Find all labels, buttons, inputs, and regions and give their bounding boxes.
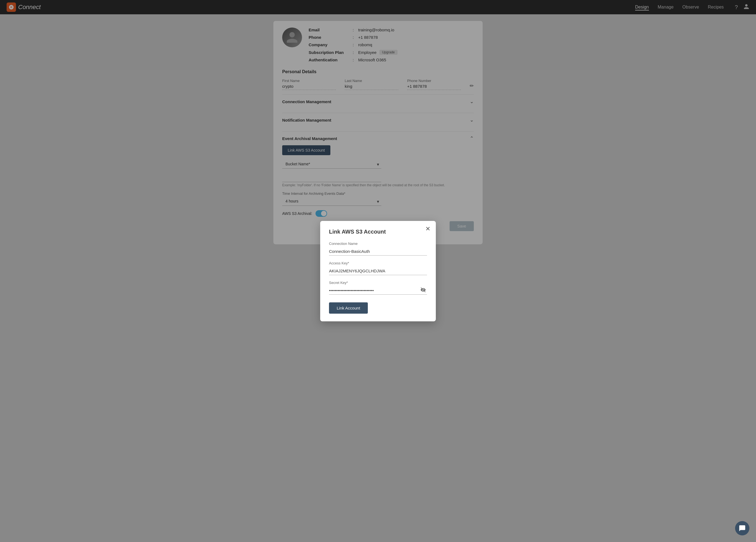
modal-secret-key-input[interactable] xyxy=(329,286,427,295)
modal-connection-name-label: Connection Name xyxy=(329,242,427,246)
modal-close-button[interactable]: ✕ xyxy=(425,225,430,233)
toggle-secret-visibility-icon[interactable] xyxy=(420,287,426,294)
chat-bubble[interactable] xyxy=(735,521,749,535)
modal-secret-key-wrapper xyxy=(329,286,427,295)
modal-access-key-input[interactable] xyxy=(329,267,427,275)
modal-overlay: ✕ Link AWS S3 Account Connection Name Ac… xyxy=(0,0,756,542)
link-account-button[interactable]: Link Account xyxy=(329,302,368,314)
modal-connection-name-input[interactable] xyxy=(329,247,427,256)
modal-connection-name-field: Connection Name xyxy=(329,242,427,256)
modal-access-key-field: Access Key* xyxy=(329,261,427,275)
modal-secret-key-field: Secret Key* xyxy=(329,280,427,295)
modal-secret-key-label: Secret Key* xyxy=(329,280,427,285)
modal-title: Link AWS S3 Account xyxy=(329,229,427,235)
modal-access-key-label: Access Key* xyxy=(329,261,427,265)
link-aws-modal: ✕ Link AWS S3 Account Connection Name Ac… xyxy=(320,221,436,321)
